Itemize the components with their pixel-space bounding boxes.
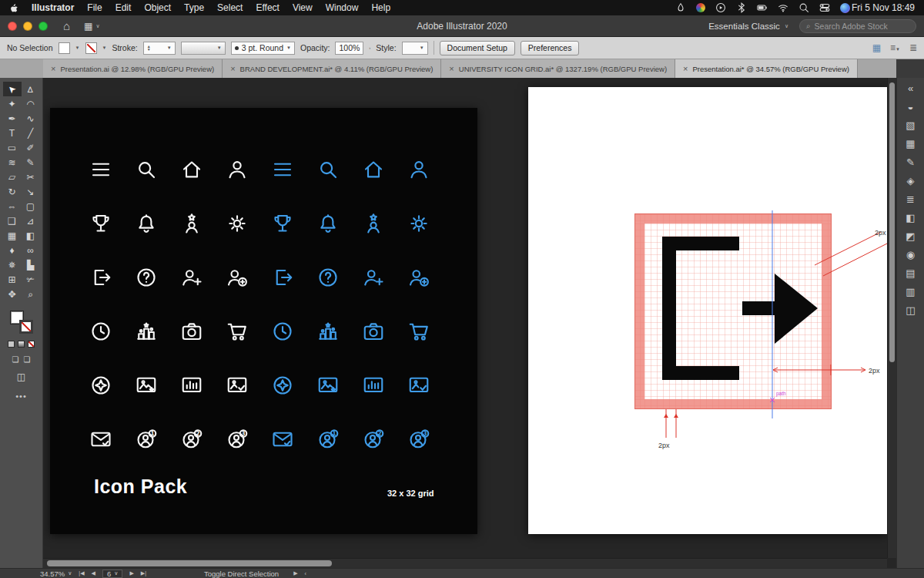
tool-perspective-grid[interactable]: ⊿ (22, 213, 40, 228)
user-star-icon[interactable] (350, 197, 396, 250)
tool-width[interactable]: ⇔ (3, 199, 22, 213)
symbols-panel-icon[interactable]: ◈ (907, 176, 915, 187)
home-icon[interactable] (169, 143, 214, 197)
user-icon[interactable] (396, 143, 441, 197)
user-1-icon[interactable]: 1 (123, 412, 169, 466)
image-check-icon[interactable] (396, 358, 441, 412)
trophy-icon[interactable] (78, 197, 123, 250)
align-panel-icon[interactable]: ▦ (872, 42, 881, 53)
tab-close-icon[interactable]: × (230, 64, 235, 73)
image-chart-icon[interactable] (350, 358, 396, 412)
trophy-icon[interactable] (259, 197, 305, 250)
zoom-control[interactable]: 34.57% ∨ (40, 570, 72, 578)
tool-paintbrush[interactable]: ✐ (22, 140, 40, 155)
graphic-styles-panel-icon[interactable]: ▤ (906, 268, 915, 279)
app-menu[interactable]: Illustrator (32, 2, 74, 13)
draw-normal-icon[interactable]: ❏ (12, 355, 19, 364)
collapse-panels-panel-icon[interactable]: « (908, 83, 913, 94)
menu-view[interactable]: View (293, 2, 313, 13)
menu-file[interactable]: File (87, 2, 102, 13)
user-plus-circle-icon[interactable] (214, 250, 259, 304)
workspace-switcher[interactable]: Essentials Classic ∨ (708, 22, 788, 31)
artboards-panel-icon[interactable]: ◫ (906, 305, 915, 316)
tool-mesh[interactable]: ▦ (3, 228, 22, 243)
search-icon[interactable] (123, 143, 169, 197)
color-panel-icon[interactable]: ◒ (908, 102, 914, 113)
stroke-swatch[interactable] (85, 42, 97, 54)
tool-column-graph[interactable]: ▙ (22, 257, 40, 272)
user-3-icon[interactable]: 3 (214, 412, 259, 466)
zoom-window-button[interactable] (38, 22, 48, 31)
winners-podium-icon[interactable] (123, 304, 169, 358)
panel-list-icon[interactable]: ≣ (909, 42, 917, 53)
tool-lasso[interactable]: ◠ (22, 96, 40, 111)
logout-icon[interactable] (78, 250, 123, 304)
tool-eyedropper[interactable]: ♦ (3, 243, 22, 257)
document-tab[interactable]: ×Presentation.ai @ 12.98% (RGB/GPU Previ… (43, 59, 223, 78)
user-1-icon[interactable]: 1 (305, 412, 350, 466)
control-center-icon[interactable] (819, 2, 830, 13)
stock-search-box[interactable]: ⌕ (799, 19, 916, 33)
search-icon[interactable] (798, 2, 809, 13)
none-button[interactable] (28, 341, 35, 348)
gear-icon[interactable] (396, 197, 441, 250)
winners-podium-icon[interactable] (305, 304, 350, 358)
user-2-icon[interactable]: 2 (350, 412, 396, 466)
swatches-panel-icon[interactable]: ▦ (906, 139, 915, 150)
gradient-button[interactable] (18, 341, 25, 348)
menu-icon[interactable] (259, 143, 305, 197)
menu-object[interactable]: Object (144, 2, 171, 13)
tool-artboard[interactable]: ⊞ (3, 272, 22, 287)
clock-icon[interactable] (259, 304, 305, 358)
image-chart-icon[interactable] (169, 358, 214, 412)
gradient-panel-icon[interactable]: ◧ (906, 213, 915, 223)
tool-slice[interactable]: ✃ (22, 272, 40, 287)
brush-definition[interactable]: 3 pt. Round▼ (231, 42, 295, 55)
fill-swatch[interactable] (59, 42, 70, 54)
canvas[interactable]: 123123 Icon Pack 32 x 32 grid (43, 78, 896, 568)
tool-magic-wand[interactable]: ✦ (3, 96, 22, 111)
status-collapse-icon[interactable]: ‹ (305, 571, 306, 576)
icon-pack-artboard[interactable]: 123123 Icon Pack 32 x 32 grid (50, 108, 477, 534)
status-play-icon[interactable]: ▶ (293, 570, 297, 576)
stepper-arrows-icon[interactable]: ▲▼ (147, 45, 151, 51)
prev-artboard-button[interactable]: ◀ (92, 570, 95, 576)
tool-rectangle[interactable]: ▭ (3, 140, 22, 155)
horizontal-scrollbar[interactable] (43, 558, 887, 568)
tool-rotate[interactable]: ↻ (3, 184, 22, 199)
camera-icon[interactable] (350, 304, 396, 358)
battery-icon[interactable] (757, 2, 768, 13)
user-plus-circle-icon[interactable] (396, 250, 441, 304)
style-field[interactable]: ▼ (402, 42, 428, 55)
bluetooth-icon[interactable] (736, 2, 747, 13)
tool-symbol-sprayer[interactable]: ✵ (3, 257, 22, 272)
vertical-scrollbar[interactable] (887, 78, 896, 558)
gear-icon[interactable] (214, 197, 259, 250)
siri-icon[interactable] (840, 3, 850, 13)
menu-help[interactable]: Help (371, 2, 390, 13)
change-screen-mode-icon[interactable]: ◫ (17, 371, 25, 382)
tool-shaper[interactable]: ≋ (3, 155, 22, 170)
mail-check-icon[interactable] (259, 412, 305, 466)
icon-editing-artboard[interactable]: 2px 2px 2px path (528, 87, 887, 534)
tool-shape-builder[interactable]: ❑ (3, 213, 22, 228)
tool-blend[interactable]: ∞ (22, 243, 40, 257)
user-icon[interactable] (214, 143, 259, 197)
arrange-documents-icon[interactable]: ▦ ∨ (84, 21, 99, 32)
variable-width-profile[interactable]: ▼ (181, 42, 226, 55)
artboard-number-field[interactable]: 6 ∨ (102, 570, 122, 578)
options-menu-icon[interactable]: ≡▼ (890, 42, 900, 53)
user-2-icon[interactable]: 2 (169, 412, 214, 466)
appearance-panel-icon[interactable]: ◉ (906, 250, 915, 260)
compass-star-icon[interactable] (259, 358, 305, 412)
bell-icon[interactable] (305, 197, 350, 250)
menu-clock[interactable]: Fri 5 Nov 18:49 (852, 2, 915, 13)
utility-icon[interactable] (675, 2, 686, 13)
stroke-panel-icon[interactable]: ≣ (906, 194, 915, 205)
tool-direct-selection[interactable]: ⊳ (22, 82, 40, 96)
bell-icon[interactable] (123, 197, 169, 250)
first-artboard-button[interactable]: |◀ (79, 570, 84, 576)
logout-icon[interactable] (259, 250, 305, 304)
apple-logo-icon[interactable] (9, 2, 20, 13)
image-badge-icon[interactable] (305, 358, 350, 412)
